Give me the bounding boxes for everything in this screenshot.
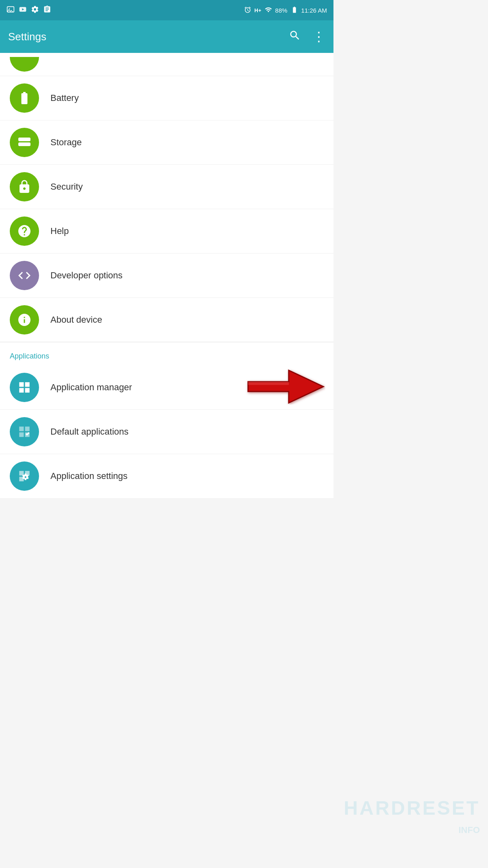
search-button[interactable] xyxy=(289,29,301,44)
settings-item-developer[interactable]: Developer options xyxy=(0,254,333,298)
settings-item-storage[interactable]: Storage xyxy=(0,120,333,165)
app-settings-label: Application settings xyxy=(50,471,128,481)
app-manager-icon xyxy=(10,373,39,402)
settings-item-app-settings[interactable]: Application settings xyxy=(0,454,333,498)
developer-options-label: Developer options xyxy=(50,270,122,281)
app-manager-label: Application manager xyxy=(50,382,132,393)
gear-icon xyxy=(31,5,39,15)
image-icon xyxy=(7,5,15,15)
settings-item-partial[interactable] xyxy=(0,53,333,76)
security-icon xyxy=(10,172,39,201)
app-settings-icon xyxy=(10,461,39,491)
battery-label: Battery xyxy=(50,93,79,103)
developer-icon xyxy=(10,261,39,290)
signal-icon xyxy=(265,6,272,15)
battery-percentage: 88% xyxy=(275,7,288,14)
about-icon xyxy=(10,305,39,335)
settings-item-app-manager[interactable]: Application manager xyxy=(0,365,333,410)
about-device-label: About device xyxy=(50,315,102,325)
status-time: 11:26 AM xyxy=(301,7,327,14)
storage-label: Storage xyxy=(50,137,82,148)
status-bar-left xyxy=(7,5,51,15)
settings-item-default-apps[interactable]: Default applications xyxy=(0,410,333,454)
settings-item-battery[interactable]: Battery xyxy=(0,76,333,120)
applications-section-header: Applications xyxy=(0,342,333,365)
applications-section: Applications Application manager xyxy=(0,342,333,498)
settings-item-security[interactable]: Security xyxy=(0,165,333,209)
status-bar: H+ 88% 11:26 AM xyxy=(0,0,333,20)
svg-marker-4 xyxy=(248,370,323,403)
battery-status-icon xyxy=(291,6,298,15)
hplus-icon: H+ xyxy=(255,7,261,13)
battery-icon xyxy=(10,83,39,113)
app-bar-title: Settings xyxy=(8,31,46,43)
storage-icon xyxy=(10,128,39,157)
partial-icon xyxy=(10,57,39,72)
settings-item-about[interactable]: About device xyxy=(0,298,333,342)
help-icon xyxy=(10,216,39,246)
help-label: Help xyxy=(50,226,69,236)
settings-item-help[interactable]: Help xyxy=(0,209,333,254)
app-bar: Settings ⋮ xyxy=(0,20,333,53)
clipboard-icon xyxy=(43,5,51,15)
security-label: Security xyxy=(50,181,83,192)
more-options-button[interactable]: ⋮ xyxy=(312,30,325,43)
default-apps-icon xyxy=(10,417,39,446)
default-apps-label: Default applications xyxy=(50,426,129,437)
alarm-icon xyxy=(244,6,251,15)
settings-list: Battery Storage Security Help Developer … xyxy=(0,53,333,342)
app-bar-actions: ⋮ xyxy=(289,29,325,44)
red-arrow-annotation xyxy=(244,366,325,409)
status-bar-right: H+ 88% 11:26 AM xyxy=(244,6,327,15)
svg-point-1 xyxy=(9,9,10,10)
youtube-icon xyxy=(19,5,27,15)
